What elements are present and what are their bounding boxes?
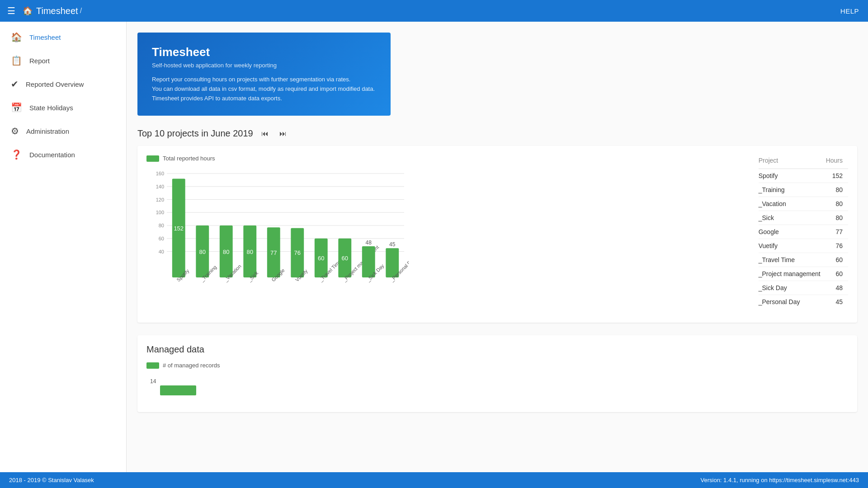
footer-copyright: 2018 - 2019 © Stanislav Valasek bbox=[9, 477, 94, 483]
table-row: _Travel Time60 bbox=[759, 253, 848, 267]
managed-bar bbox=[160, 385, 196, 395]
project-hours: 80 bbox=[826, 197, 848, 211]
col-project: Project bbox=[759, 155, 826, 169]
help-link[interactable]: HELP bbox=[840, 7, 859, 15]
home-icon[interactable]: 🏠 bbox=[23, 6, 33, 16]
project-hours: 80 bbox=[826, 211, 848, 225]
chart-table: Project Hours Spotify152_Training80_Vaca… bbox=[759, 155, 848, 314]
footer: 2018 - 2019 © Stanislav Valasek Version:… bbox=[0, 472, 868, 488]
sidebar-item-state-holidays[interactable]: 📅 State Holidays bbox=[0, 96, 126, 119]
project-name: _Sick Day bbox=[759, 281, 826, 295]
svg-text:76: 76 bbox=[294, 250, 301, 257]
sidebar-item-timesheet[interactable]: 🏠 Timesheet bbox=[0, 25, 126, 49]
table-row: _Sick Day48 bbox=[759, 281, 848, 295]
hero-card: Timesheet Self-hosted web application fo… bbox=[137, 33, 391, 116]
chart-title: Top 10 projects in June 2019 bbox=[137, 128, 253, 139]
project-name: _Vacation bbox=[759, 197, 826, 211]
hero-desc: Report your consulting hours on projects… bbox=[152, 75, 376, 103]
project-hours: 60 bbox=[826, 253, 848, 267]
svg-text:80: 80 bbox=[159, 223, 164, 228]
project-name: _Sick bbox=[759, 211, 826, 225]
table-row: _Vacation80 bbox=[759, 197, 848, 211]
managed-section: Managed data # of managed records 14 bbox=[137, 335, 857, 412]
svg-text:60: 60 bbox=[159, 236, 164, 241]
project-name: _Project management bbox=[759, 267, 826, 281]
home-icon: 🏠 bbox=[11, 32, 22, 42]
footer-version: Version: 1.4.1, running on https://times… bbox=[701, 477, 859, 483]
table-row: _Personal Day45 bbox=[759, 295, 848, 309]
project-name: _Personal Day bbox=[759, 295, 826, 309]
svg-text:80: 80 bbox=[223, 249, 229, 255]
svg-text:100: 100 bbox=[156, 210, 164, 216]
app-title: Timesheet bbox=[36, 6, 78, 16]
svg-text:152: 152 bbox=[174, 225, 184, 232]
chart-area: Total reported hours 4060801001201401601… bbox=[146, 155, 741, 314]
main-layout: 🏠 Timesheet 📋 Report ✔ Reported Overview… bbox=[0, 22, 868, 472]
chart-section-header: Top 10 projects in June 2019 ⏮ ⏭ bbox=[137, 128, 857, 139]
check-icon: ✔ bbox=[11, 79, 19, 89]
table-row: _Sick80 bbox=[759, 211, 848, 225]
sidebar-item-report[interactable]: 📋 Report bbox=[0, 49, 126, 72]
prev-button[interactable]: ⏮ bbox=[259, 129, 271, 139]
breadcrumb-sep: / bbox=[80, 7, 82, 15]
sidebar-item-administration[interactable]: ⚙ Administration bbox=[0, 119, 126, 143]
project-hours: 152 bbox=[826, 169, 848, 183]
sidebar-label-state-holidays: State Holidays bbox=[29, 104, 73, 112]
project-hours: 48 bbox=[826, 281, 848, 295]
table-row: Vuetify76 bbox=[759, 239, 848, 253]
svg-text:120: 120 bbox=[156, 197, 164, 202]
managed-legend: # of managed records bbox=[146, 362, 848, 369]
legend-color-box bbox=[146, 155, 159, 162]
svg-text:140: 140 bbox=[156, 184, 164, 189]
sidebar-label-administration: Administration bbox=[26, 127, 69, 135]
project-hours: 76 bbox=[826, 239, 848, 253]
project-hours: 80 bbox=[826, 183, 848, 197]
sidebar-item-documentation[interactable]: ❓ Documentation bbox=[0, 143, 126, 166]
sidebar-label-timesheet: Timesheet bbox=[29, 33, 61, 41]
project-hours: 60 bbox=[826, 267, 848, 281]
table-row: Spotify152 bbox=[759, 169, 848, 183]
managed-legend-label: # of managed records bbox=[163, 362, 220, 369]
project-hours: 45 bbox=[826, 295, 848, 309]
project-name: _Training bbox=[759, 183, 826, 197]
calendar-icon: 📅 bbox=[11, 102, 22, 113]
svg-text:60: 60 bbox=[342, 255, 348, 262]
sidebar-label-reported-overview: Reported Overview bbox=[26, 80, 84, 88]
sidebar-item-reported-overview[interactable]: ✔ Reported Overview bbox=[0, 72, 126, 96]
project-name: Google bbox=[759, 225, 826, 239]
question-icon: ❓ bbox=[11, 149, 22, 160]
svg-text:40: 40 bbox=[159, 249, 164, 254]
project-hours: 77 bbox=[826, 225, 848, 239]
project-name: Spotify bbox=[759, 169, 826, 183]
table-row: _Training80 bbox=[759, 183, 848, 197]
managed-legend-box bbox=[146, 362, 159, 369]
col-hours: Hours bbox=[826, 155, 848, 169]
table-row: _Project management60 bbox=[759, 267, 848, 281]
hero-subtitle: Self-hosted web application for weekly r… bbox=[152, 62, 376, 69]
top-nav: ☰ 🏠 Timesheet / HELP bbox=[0, 0, 868, 22]
main-content: Timesheet Self-hosted web application fo… bbox=[127, 22, 868, 472]
svg-text:77: 77 bbox=[270, 249, 277, 256]
svg-text:45: 45 bbox=[389, 242, 396, 248]
project-name: Vuetify bbox=[759, 239, 826, 253]
bar-chart: 406080100120140160152Spotify80_Training8… bbox=[146, 169, 741, 314]
svg-text:80: 80 bbox=[199, 249, 206, 255]
chart-section: Total reported hours 4060801001201401601… bbox=[137, 146, 857, 323]
svg-text:14: 14 bbox=[150, 378, 156, 385]
legend-label: Total reported hours bbox=[163, 155, 215, 162]
sidebar-label-documentation: Documentation bbox=[29, 151, 75, 159]
gear-icon: ⚙ bbox=[11, 126, 19, 136]
managed-title: Managed data bbox=[146, 344, 848, 355]
sidebar-label-report: Report bbox=[29, 57, 50, 65]
svg-text:80: 80 bbox=[247, 249, 253, 255]
table-row: Google77 bbox=[759, 225, 848, 239]
sidebar: 🏠 Timesheet 📋 Report ✔ Reported Overview… bbox=[0, 22, 127, 472]
hero-title: Timesheet bbox=[152, 45, 376, 59]
svg-text:160: 160 bbox=[156, 171, 164, 176]
svg-text:48: 48 bbox=[366, 239, 372, 246]
svg-text:60: 60 bbox=[318, 255, 324, 262]
chart-legend: Total reported hours bbox=[146, 155, 741, 162]
next-button[interactable]: ⏭ bbox=[277, 129, 289, 139]
menu-icon[interactable]: ☰ bbox=[7, 5, 15, 16]
project-name: _Travel Time bbox=[759, 253, 826, 267]
